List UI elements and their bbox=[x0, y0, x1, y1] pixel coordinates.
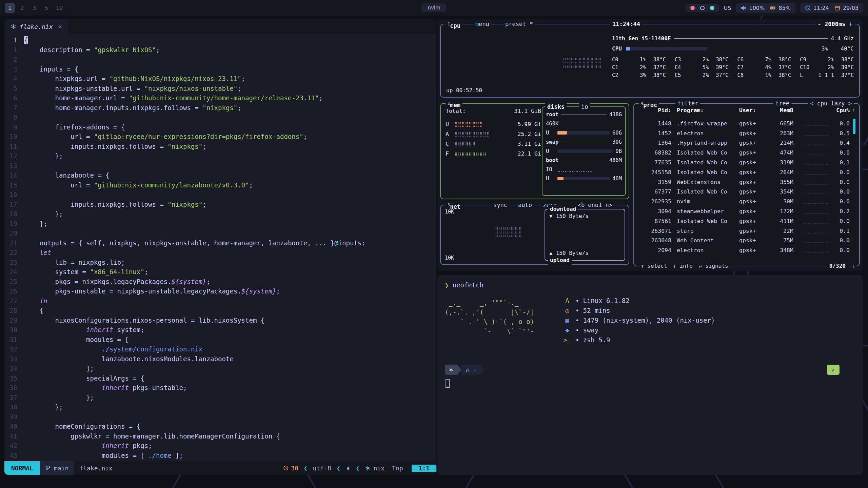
update-rate-control[interactable]: - 2000ms + bbox=[816, 20, 854, 28]
tree-toggle[interactable]: tree bbox=[773, 99, 791, 108]
process-row[interactable]: 77635Isolated Web Cogpsk+319M⣀⣀⣀⣀⣀⣀⣀0.1 bbox=[637, 158, 850, 167]
code-line[interactable]: 21 outputs = { self, nixpkgs, nixpkgs-un… bbox=[4, 238, 436, 248]
code-line[interactable]: 37 }; bbox=[4, 393, 436, 403]
code-line[interactable]: 32 ./system/configuration.nix bbox=[4, 344, 436, 354]
code-line[interactable]: 4 nixpkgs.url = "github:NixOS/nixpkgs/ni… bbox=[4, 74, 436, 84]
code-line[interactable]: 12 }; bbox=[4, 151, 436, 161]
code-line[interactable]: 2 bbox=[4, 55, 436, 64]
menu-button[interactable]: menu bbox=[473, 20, 491, 28]
line-number: 1 bbox=[4, 35, 24, 45]
close-icon[interactable]: × bbox=[58, 22, 62, 30]
keyboard-layout[interactable]: US bbox=[724, 5, 731, 11]
process-row[interactable]: 263071slurpgpsk+22M⣀⣀⣀⣀⣀⣀⣀0.1 bbox=[637, 226, 850, 236]
proc-scrollbar[interactable] bbox=[853, 119, 855, 134]
code-line[interactable]: 7 home-manager.inputs.nixpkgs.follows = … bbox=[4, 103, 436, 113]
tab-flake-nix[interactable]: flake.nix × bbox=[4, 19, 68, 34]
process-row[interactable]: 245158Isolated Web Cogpsk+264M⣀⣀⣀⣀⣀⣀⣀0.0 bbox=[637, 167, 850, 177]
proc-count: 0/320 bbox=[827, 262, 848, 270]
process-row[interactable]: 67377Isolated Web Cogpsk+354M⣀⣀⣀⣀⣀⣀⣀0.0 bbox=[637, 187, 850, 197]
home-icon: ⌂ bbox=[466, 366, 470, 373]
code-line[interactable]: 11 inputs.nixpkgs.follows = "nixpkgs"; bbox=[4, 142, 436, 151]
code-line[interactable]: 31 modules = [ bbox=[4, 335, 436, 345]
battery-module[interactable]: 85% bbox=[770, 5, 791, 11]
filetype-indicator: nix bbox=[365, 465, 384, 472]
separator-icon: ❮ bbox=[356, 465, 360, 472]
code-line[interactable]: 6 home-manager.url = "github:nix-communi… bbox=[4, 93, 436, 103]
workspace-button[interactable]: 3 bbox=[29, 3, 39, 13]
code-line[interactable]: 27 in bbox=[4, 296, 436, 306]
code-line[interactable]: 40 homeConfigurations = { bbox=[4, 422, 436, 431]
line-number: 16 bbox=[4, 190, 24, 200]
proc-footer-info[interactable]: ↓ info bbox=[673, 262, 693, 270]
proc-footer-select[interactable]: ↑ select bbox=[641, 262, 667, 270]
scroll-down-icon[interactable]: ↓ bbox=[851, 262, 856, 270]
code-line[interactable]: 28 { bbox=[4, 306, 436, 316]
code-line[interactable]: 22 let bbox=[4, 248, 436, 258]
code-line[interactable]: 16 bbox=[4, 190, 436, 200]
code-line[interactable]: 34 ]; bbox=[4, 364, 436, 373]
code-line[interactable]: 30 inherit system; bbox=[4, 325, 436, 335]
code-line[interactable]: 18 }; bbox=[4, 209, 436, 219]
code-line[interactable]: 23 lib = nixpkgs.lib; bbox=[4, 258, 436, 267]
workspace-button[interactable]: 1 bbox=[5, 3, 15, 13]
line-number: 7 bbox=[4, 103, 24, 113]
code-line[interactable]: 8 bbox=[4, 113, 436, 122]
proc-rows: 1448.firefox-wrappegpsk+665M⣀⣀⣀⣀⣀⣀⣀0.014… bbox=[637, 119, 850, 254]
code-line[interactable]: 29 nixosConfigurations.nixos-personal = … bbox=[4, 316, 436, 325]
download-label: download bbox=[548, 205, 578, 214]
code-line[interactable]: 9 firefox-addons = { bbox=[4, 122, 436, 132]
code-line[interactable]: 39 bbox=[4, 412, 436, 422]
workspace-button[interactable]: 2 bbox=[17, 3, 27, 13]
code-line[interactable]: 5 nixpkgs-unstable.url = "nixpkgs/nixos-… bbox=[4, 84, 436, 94]
code-line[interactable]: 10 url = "gitlab:rycee/nur-expressions?d… bbox=[4, 132, 436, 142]
code-line[interactable]: 41 gpskwlkr = home-manager.lib.homeManag… bbox=[4, 431, 436, 441]
io-label[interactable]: io bbox=[579, 102, 590, 111]
process-row[interactable]: 2094electrongpsk+348M⣀⣀⣀⣀⣀⣀⣀0.0 bbox=[637, 245, 850, 255]
filter-button[interactable]: filter bbox=[675, 99, 700, 108]
code-line[interactable]: 20 bbox=[4, 228, 436, 238]
tray-record-icon[interactable] bbox=[690, 6, 695, 10]
tray-shield-icon[interactable] bbox=[710, 6, 714, 10]
sort-selector[interactable]: < cpu lazy > bbox=[808, 99, 854, 108]
code-line[interactable]: 33 lanzaboote.nixosModules.lanzaboote bbox=[4, 354, 436, 364]
process-row[interactable]: 3094steamwebhelpergpsk+172M⣀⣀⣀⣀⣀⣀⣀0.2 bbox=[637, 206, 850, 216]
net-interface-selector[interactable]: <b eno1 n> bbox=[576, 201, 614, 209]
preset-button[interactable]: preset * bbox=[503, 20, 535, 28]
process-row[interactable]: 1448.firefox-wrappegpsk+665M⣀⣀⣀⣀⣀⣀⣀0.0 bbox=[637, 119, 850, 128]
code-line[interactable]: 1{ bbox=[4, 35, 436, 45]
process-row[interactable]: 263048Web Contentgpsk+75M⣀⣀⣀⣀⣀⣀⣀0.0 bbox=[637, 236, 850, 246]
tray-app-icon[interactable] bbox=[700, 6, 705, 10]
process-row[interactable]: 1364.Hyprland-wrappgpsk+214M⣀⣀⣀⣀⣀⣀⣀0.4 bbox=[637, 138, 850, 148]
date-module[interactable]: 29/03 bbox=[834, 5, 859, 11]
code-line[interactable]: 3 inputs = { bbox=[4, 64, 436, 74]
code-line[interactable]: 15 url = "github:nix-community/lanzaboot… bbox=[4, 180, 436, 190]
code-line[interactable]: 14 lanzaboote = { bbox=[4, 170, 436, 180]
net-option-auto[interactable]: auto bbox=[516, 201, 534, 209]
net-option-sync[interactable]: sync bbox=[492, 201, 509, 209]
code-line[interactable]: 43 modules = [ ./home ]; bbox=[4, 451, 436, 461]
code-line[interactable]: 24 system = "x86_64-linux"; bbox=[4, 267, 436, 277]
process-row[interactable]: 3159WebExtensionsgpsk+355M⣀⣀⣀⣀⣀⣀⣀0.0 bbox=[637, 177, 850, 187]
code-line[interactable]: 25 pkgs = nixpkgs.legacyPackages.${syste… bbox=[4, 277, 436, 287]
workspace-button[interactable]: 5 bbox=[41, 3, 52, 13]
volume-module[interactable]: 100% bbox=[741, 5, 765, 11]
scroll-up-icon[interactable]: ↑ bbox=[851, 106, 856, 113]
proc-footer-signals[interactable]: ↵ signals bbox=[699, 262, 728, 270]
code-line[interactable]: 38 }; bbox=[4, 402, 436, 412]
process-row[interactable]: 262935nvimgpsk+30M⣀⣀⣀⣀⣀⣀⣀0.0 bbox=[637, 197, 850, 206]
process-row[interactable]: 68382Isolated Web Cogpsk+474M⣀⣀⣀⣀⣀⣀⣀0.0 bbox=[637, 148, 850, 158]
code-line[interactable]: 17 inputs.nixpkgs.follows = "nixpkgs"; bbox=[4, 200, 436, 209]
process-row[interactable]: 87561Isolated Web Cogpsk+411M⣀⣀⣀⣀⣀⣀⣀0.0 bbox=[637, 216, 850, 226]
exit-status-badge: ✓ bbox=[827, 365, 840, 375]
clock-module[interactable]: 11:24 bbox=[805, 5, 829, 11]
code-line[interactable]: 19 }; bbox=[4, 219, 436, 229]
code-line[interactable]: 35 specialArgs = { bbox=[4, 373, 436, 383]
workspace-button[interactable]: 10 bbox=[54, 3, 65, 13]
code-line[interactable]: 36 inherit pkgs-unstable; bbox=[4, 383, 436, 393]
process-row[interactable]: 1452electrongpsk+263M⣀⣀⣀⣀⣀⣀⣀0.5 bbox=[637, 128, 850, 138]
line-number: 3 bbox=[4, 64, 24, 74]
code-line[interactable]: 26 pkgs-unstable = nixpkgs-unstable.lega… bbox=[4, 286, 436, 296]
code-line[interactable]: 42 inherit pkgs; bbox=[4, 441, 436, 451]
code-line[interactable]: 13 bbox=[4, 161, 436, 171]
code-line[interactable]: 1 description = "gpskwlkr NixOS"; bbox=[4, 45, 436, 55]
